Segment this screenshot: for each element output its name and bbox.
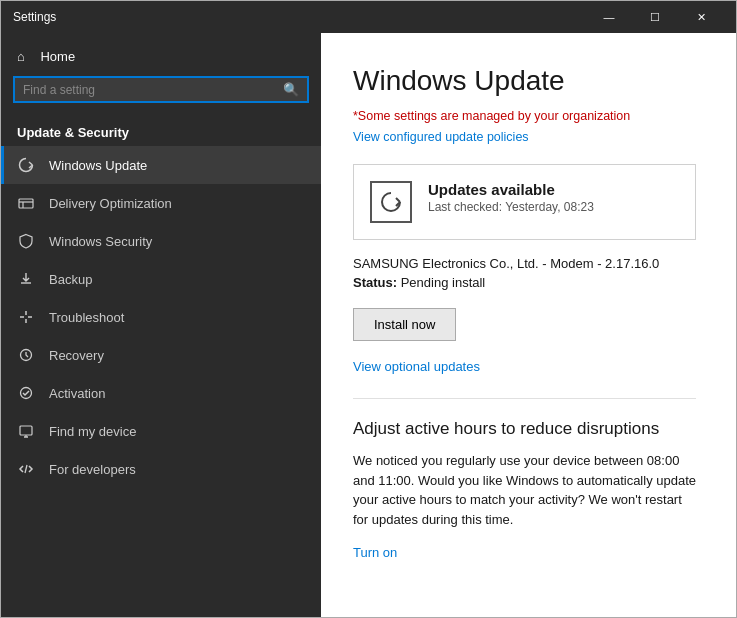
window-controls: — ☐ ✕ <box>586 1 724 33</box>
sidebar: ⌂ Home 🔍 Update & Security Windows Updat… <box>1 33 321 617</box>
activation-icon <box>17 384 35 402</box>
sidebar-item-label-troubleshoot: Troubleshoot <box>49 310 124 325</box>
delivery-optimization-icon <box>17 194 35 212</box>
svg-line-12 <box>25 465 27 473</box>
page-title: Windows Update <box>353 65 696 97</box>
update-text: Updates available Last checked: Yesterda… <box>428 181 594 214</box>
sidebar-home[interactable]: ⌂ Home <box>1 33 321 72</box>
maximize-button[interactable]: ☐ <box>632 1 678 33</box>
recovery-icon <box>17 346 35 364</box>
troubleshoot-icon <box>17 308 35 326</box>
update-detail: SAMSUNG Electronics Co., Ltd. - Modem - … <box>353 256 696 290</box>
find-my-device-icon <box>17 422 35 440</box>
title-bar: Settings — ☐ ✕ <box>1 1 736 33</box>
section-label: Update & Security <box>1 115 321 146</box>
update-icon-box <box>370 181 412 223</box>
sidebar-item-troubleshoot[interactable]: Troubleshoot <box>1 298 321 336</box>
close-button[interactable]: ✕ <box>678 1 724 33</box>
settings-window: Settings — ☐ ✕ ⌂ Home 🔍 Update & Securit… <box>0 0 737 618</box>
updates-available-title: Updates available <box>428 181 594 198</box>
last-checked: Last checked: Yesterday, 08:23 <box>428 200 594 214</box>
sidebar-item-windows-security[interactable]: Windows Security <box>1 222 321 260</box>
optional-updates-link[interactable]: View optional updates <box>353 359 480 374</box>
sidebar-item-activation[interactable]: Activation <box>1 374 321 412</box>
sidebar-item-for-developers[interactable]: For developers <box>1 450 321 488</box>
sidebar-item-label-for-developers: For developers <box>49 462 136 477</box>
sidebar-item-label-activation: Activation <box>49 386 105 401</box>
active-hours-description: We noticed you regularly use your device… <box>353 451 696 529</box>
right-panel: Windows Update *Some settings are manage… <box>321 33 736 617</box>
update-status: Status: Pending install <box>353 275 696 290</box>
sidebar-item-label-windows-security: Windows Security <box>49 234 152 249</box>
sidebar-item-find-my-device[interactable]: Find my device <box>1 412 321 450</box>
search-icon: 🔍 <box>283 82 299 97</box>
active-hours-title: Adjust active hours to reduce disruption… <box>353 419 696 439</box>
sidebar-item-label-backup: Backup <box>49 272 92 287</box>
refresh-icon <box>378 189 404 215</box>
sidebar-item-backup[interactable]: Backup <box>1 260 321 298</box>
sidebar-item-label-windows-update: Windows Update <box>49 158 147 173</box>
svg-rect-9 <box>20 426 32 435</box>
search-box[interactable]: 🔍 <box>13 76 309 103</box>
sidebar-item-label-find-my-device: Find my device <box>49 424 136 439</box>
minimize-button[interactable]: — <box>586 1 632 33</box>
window-title: Settings <box>13 10 586 24</box>
status-label: Status: <box>353 275 397 290</box>
org-warning: *Some settings are managed by your organ… <box>353 109 696 123</box>
sidebar-item-recovery[interactable]: Recovery <box>1 336 321 374</box>
backup-icon <box>17 270 35 288</box>
search-input[interactable] <box>23 83 283 97</box>
update-name: SAMSUNG Electronics Co., Ltd. - Modem - … <box>353 256 696 271</box>
update-card: Updates available Last checked: Yesterda… <box>353 164 696 240</box>
windows-update-icon <box>17 156 35 174</box>
status-value: Pending install <box>401 275 486 290</box>
install-now-button[interactable]: Install now <box>353 308 456 341</box>
sidebar-item-delivery-optimization[interactable]: Delivery Optimization <box>1 184 321 222</box>
policy-link[interactable]: View configured update policies <box>353 130 529 144</box>
for-developers-icon <box>17 460 35 478</box>
windows-security-icon <box>17 232 35 250</box>
sidebar-item-label-delivery-optimization: Delivery Optimization <box>49 196 172 211</box>
sidebar-item-windows-update[interactable]: Windows Update <box>1 146 321 184</box>
home-label: Home <box>40 49 75 64</box>
divider <box>353 398 696 399</box>
svg-rect-0 <box>19 199 33 208</box>
sidebar-item-label-recovery: Recovery <box>49 348 104 363</box>
main-content: ⌂ Home 🔍 Update & Security Windows Updat… <box>1 33 736 617</box>
turn-on-link[interactable]: Turn on <box>353 545 397 560</box>
